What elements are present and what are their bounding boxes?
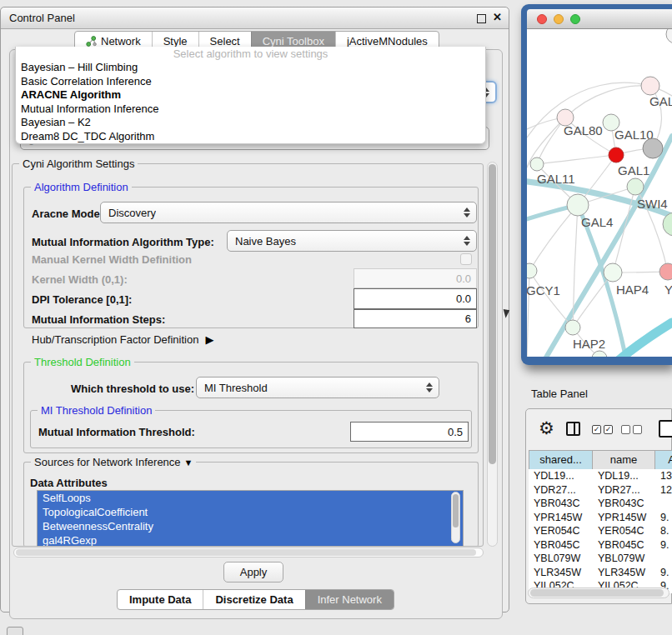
hub-factor-expander[interactable]: Hub/Transcription Factor Definition▶: [32, 333, 213, 346]
column-header-shared-[interactable]: shared...: [529, 450, 593, 470]
table-cell: [655, 552, 672, 566]
which-threshold-value: MI Threshold: [204, 382, 268, 394]
table-cell: 9.: [655, 566, 672, 580]
tab-label: Select: [210, 35, 240, 48]
network-edge: [565, 86, 650, 118]
network-node-gcy1[interactable]: [527, 263, 537, 278]
network-node-gal11[interactable]: [530, 158, 544, 171]
table-toolbar: ⚙ ✓ ✓: [525, 413, 672, 448]
table-cell: [655, 497, 672, 511]
aracne-mode-combo[interactable]: Discovery: [100, 202, 477, 223]
caret-right-icon[interactable]: ▶: [205, 333, 213, 346]
scrollbar-thumb[interactable]: [530, 589, 664, 597]
document-icon[interactable]: [659, 420, 672, 438]
table-row[interactable]: YLR345WYLR345W9.: [529, 566, 672, 580]
aracne-mode-value: Discovery: [108, 207, 156, 219]
mi-threshold-legend: MI Threshold Definition: [38, 404, 155, 417]
select-all-icon[interactable]: ✓ ✓: [592, 425, 613, 434]
table-row[interactable]: YDR27...YDR27...12: [529, 483, 672, 498]
tab-label: Style: [163, 35, 188, 48]
algorithm-option-bayesian-hill-climbing[interactable]: Bayesian – Hill Climbing: [16, 61, 485, 75]
table-cell: YDR27...: [593, 483, 655, 498]
column-header-a[interactable]: A: [655, 450, 672, 470]
network-node[interactable]: [643, 138, 663, 158]
which-threshold-combo[interactable]: MI Threshold: [196, 377, 439, 398]
attribute-item-topologicalcoefficient[interactable]: TopologicalCoefficient: [38, 505, 463, 519]
network-node-y[interactable]: [659, 263, 672, 280]
node-label-y: Y: [664, 282, 672, 297]
partial-corner-icon[interactable]: [7, 627, 23, 635]
table-row[interactable]: YER054CYER054C8.: [529, 524, 672, 538]
network-node-hap4[interactable]: [604, 263, 622, 282]
network-node-gal[interactable]: [641, 77, 659, 95]
table-cell: YDL19...: [593, 469, 655, 483]
algorithm-option-mutual-information-inference[interactable]: Mutual Information Inference: [16, 102, 485, 117]
dpi-tolerance-field[interactable]: 0.0: [354, 288, 477, 309]
node-label-hap4: HAP4: [616, 282, 649, 297]
network-node[interactable]: [663, 212, 672, 236]
table-cell: YBL079W: [593, 552, 655, 566]
table-cell: YBR045C: [529, 538, 593, 552]
attributes-scrollbar[interactable]: [451, 492, 460, 543]
table-cell: YBL079W: [529, 552, 593, 566]
table-row[interactable]: YBR045CYBR045C9.: [529, 538, 672, 552]
gear-icon[interactable]: ⚙: [539, 418, 554, 438]
mi-type-combo[interactable]: Naive Bayes: [227, 230, 477, 252]
zoom-traffic-light-icon[interactable]: [570, 14, 580, 24]
node-label-gcy1: GCY1: [527, 283, 560, 298]
scrollbar-thumb[interactable]: [489, 164, 496, 464]
table-row[interactable]: YPR145WYPR145W9.: [529, 511, 672, 525]
kernel-width-field: 0.0: [354, 268, 477, 288]
checked-box-icon: ✓: [604, 425, 613, 434]
table-cell: YLR345W: [529, 566, 593, 580]
table-cell: YPR145W: [529, 511, 593, 525]
attribute-item-gal4rgexp[interactable]: gal4RGexp: [38, 533, 463, 547]
network-node[interactable]: [666, 29, 672, 43]
columns-icon[interactable]: [566, 422, 580, 436]
sources-title: Sources for Network Inference: [34, 456, 181, 468]
algorithm-option-bayesian-k2[interactable]: Bayesian – K2: [16, 116, 485, 130]
scrollbar-thumb[interactable]: [453, 494, 459, 528]
network-window-titlebar[interactable]: [527, 9, 672, 29]
scrollbar-thumb[interactable]: [16, 549, 476, 556]
minimize-traffic-light-icon[interactable]: [554, 14, 564, 24]
attribute-item-selfloops[interactable]: SelfLoops: [38, 491, 463, 505]
settings-horizontal-scrollbar[interactable]: [13, 548, 484, 558]
cyni-settings-legend: Cyni Algorithm Settings: [19, 158, 138, 170]
tab-label: jActiveMNodules: [347, 35, 428, 48]
table-row[interactable]: YBR043CYBR043C: [529, 497, 672, 511]
tab-impute-data[interactable]: Impute Data: [118, 590, 203, 609]
close-icon[interactable]: ✕: [493, 11, 502, 23]
mi-steps-field[interactable]: 6: [354, 309, 477, 328]
attribute-item-betweennesscentrality[interactable]: BetweennessCentrality: [38, 519, 463, 533]
close-traffic-light-icon[interactable]: [537, 14, 547, 24]
deselect-all-icon[interactable]: [621, 425, 642, 434]
float-window-icon[interactable]: [477, 14, 486, 23]
apply-button[interactable]: Apply: [223, 562, 283, 582]
table-header-row: shared...nameA: [529, 450, 672, 470]
tab-label: Network: [101, 35, 141, 48]
table-horizontal-scrollbar[interactable]: [528, 588, 669, 598]
node-label-gal4: GAL4: [581, 215, 613, 229]
network-node-gal4[interactable]: [567, 194, 589, 216]
combo-arrows-icon: [464, 236, 470, 246]
algorithm-option-dream8-dc-tdc-algorithm[interactable]: Dream8 DC_TDC Algorithm: [16, 130, 485, 144]
tab-infer-network[interactable]: Infer Network: [305, 590, 394, 609]
settings-vertical-scrollbar[interactable]: [487, 162, 498, 547]
network-node[interactable]: [592, 351, 607, 357]
control-panel-titlebar[interactable]: Control Panel ✕: [1, 8, 509, 29]
network-node-swi4[interactable]: [627, 178, 644, 195]
mi-threshold-field[interactable]: 0.5: [350, 422, 469, 442]
algorithm-option-aracne-algorithm[interactable]: ARACNE Algorithm: [16, 88, 485, 102]
table-row[interactable]: YDL19...YDL19...13: [529, 469, 672, 483]
column-header-name[interactable]: name: [593, 450, 655, 470]
network-node-gal1[interactable]: [609, 148, 624, 162]
node-label-gal1: GAL1: [618, 163, 649, 178]
tab-discretize-data[interactable]: Discretize Data: [203, 590, 304, 609]
network-node-hap2[interactable]: [565, 320, 580, 335]
table-row[interactable]: YBL079WYBL079W: [529, 552, 672, 566]
caret-down-icon[interactable]: ▼: [184, 458, 193, 468]
algorithm-option-basic-correlation-inference[interactable]: Basic Correlation Inference: [16, 75, 485, 89]
network-canvas[interactable]: GALGAL80GAL10GAL1GAL11SWI4GAL4GCY1HAP4YH…: [527, 29, 672, 357]
mi-threshold-label: Mutual Information Threshold:: [38, 426, 195, 438]
